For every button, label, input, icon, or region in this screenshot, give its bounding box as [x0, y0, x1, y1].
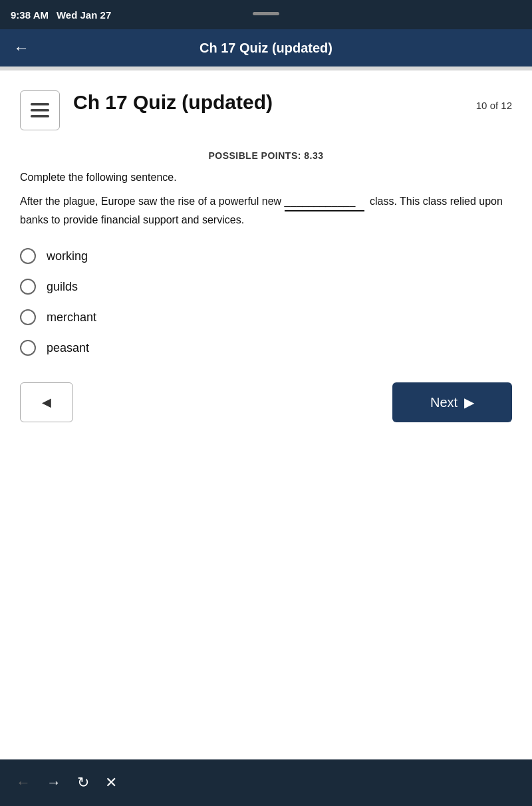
choice-label-guilds: guilds	[47, 280, 78, 294]
content-spacer	[0, 604, 532, 759]
next-button[interactable]: Next ▶	[392, 382, 512, 422]
browser-refresh-button[interactable]: ↻	[77, 775, 89, 790]
quiz-header: Ch 17 Quiz (updated) 10 of 12	[20, 90, 512, 130]
hamburger-icon	[31, 103, 49, 118]
next-arrow-icon: ▶	[464, 394, 474, 410]
radio-guilds[interactable]	[20, 279, 36, 295]
svg-rect-2	[31, 115, 49, 118]
choice-item-working[interactable]: working	[20, 248, 512, 264]
status-bar: 9:38 AM Wed Jan 27	[0, 0, 532, 29]
bottom-bar: ← → ↻ ✕	[0, 759, 532, 806]
quiz-counter: 10 of 12	[476, 100, 512, 111]
choice-item-guilds[interactable]: guilds	[20, 279, 512, 295]
nav-bar: ← Ch 17 Quiz (updated)	[0, 29, 532, 67]
possible-points: POSSIBLE POINTS: 8.33	[20, 150, 512, 161]
choice-label-merchant: merchant	[47, 311, 96, 325]
radio-peasant[interactable]	[20, 340, 36, 356]
choice-item-peasant[interactable]: peasant	[20, 340, 512, 356]
quiz-title-area: Ch 17 Quiz (updated) 10 of 12	[73, 90, 512, 114]
status-time: 9:38 AM	[11, 9, 49, 21]
radio-merchant[interactable]	[20, 309, 36, 325]
browser-back-button[interactable]: ←	[16, 775, 31, 790]
radio-working[interactable]	[20, 248, 36, 264]
next-label: Next	[430, 395, 458, 410]
prev-icon: ◀	[42, 395, 51, 410]
question-text: After the plague, Europe saw the rise of…	[20, 193, 512, 228]
svg-rect-1	[31, 109, 49, 112]
nav-title: Ch 17 Quiz (updated)	[40, 41, 492, 56]
nav-back-button[interactable]: ←	[13, 40, 29, 56]
choices-list: working guilds merchant peasant	[20, 248, 512, 356]
choice-label-working: working	[47, 249, 88, 263]
question-text-before-blank: After the plague, Europe saw the rise of…	[20, 196, 281, 207]
svg-rect-0	[31, 103, 49, 106]
status-bar-pill	[253, 12, 279, 15]
status-date: Wed Jan 27	[57, 9, 111, 21]
status-bar-left: 9:38 AM Wed Jan 27	[11, 9, 111, 21]
question-instruction: Complete the following sentence.	[20, 172, 512, 184]
prev-button[interactable]: ◀	[20, 382, 73, 422]
main-content: Ch 17 Quiz (updated) 10 of 12 POSSIBLE P…	[0, 70, 532, 604]
nav-buttons: ◀ Next ▶	[20, 382, 512, 422]
browser-forward-button[interactable]: →	[47, 775, 61, 790]
quiz-title: Ch 17 Quiz (updated)	[73, 90, 273, 114]
question-blank: ____________	[285, 193, 364, 211]
browser-close-button[interactable]: ✕	[105, 775, 117, 790]
menu-icon-button[interactable]	[20, 90, 60, 130]
choice-label-peasant: peasant	[47, 341, 89, 355]
choice-item-merchant[interactable]: merchant	[20, 309, 512, 325]
